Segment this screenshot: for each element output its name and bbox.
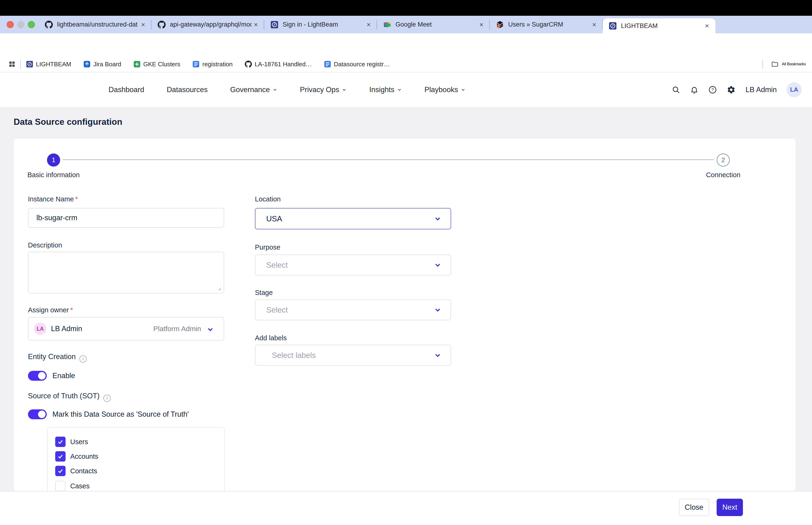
app-header: LightBeam.ai™ Dashboard Datasources Gove… <box>0 72 812 107</box>
doc-icon <box>324 61 331 68</box>
bookmark-la-18761[interactable]: LA-18761 Handled… <box>245 61 312 68</box>
purpose-placeholder: Select <box>266 260 288 270</box>
purpose-select[interactable]: Select <box>255 255 451 275</box>
tab-close-icon[interactable]: × <box>139 20 147 29</box>
chevron-down-icon <box>272 87 277 92</box>
minimize-window-button[interactable] <box>17 21 25 28</box>
tab-signin-lightbeam[interactable]: Sign in - LightBeam × <box>264 16 377 33</box>
contacts-checkbox[interactable] <box>55 466 65 476</box>
entity-row-cases: Cases <box>55 481 90 491</box>
tab-github-api-gateway[interactable]: api-gateway/app/graphql/moc × <box>152 16 264 33</box>
sot-toggle-label: Mark this Data Source as 'Source of Trut… <box>52 410 189 419</box>
toggle-knob <box>38 410 46 418</box>
tab-lightbeam-active[interactable]: LIGHTBEAM × <box>603 18 716 33</box>
entity-creation-heading: Entity Creationi <box>28 352 87 363</box>
search-icon[interactable] <box>672 86 680 94</box>
stage-select[interactable]: Select <box>255 299 451 320</box>
browser-toolbar: dev-master.lightbeamsecurity.com/datasou… <box>0 33 812 56</box>
bookmarks-separator <box>763 60 763 69</box>
github-icon <box>245 61 252 68</box>
tab-close-icon[interactable]: × <box>364 20 373 29</box>
header-actions: ? LB Admin LA <box>672 72 802 107</box>
step-2-label: Connection <box>688 171 759 179</box>
nav-playbooks[interactable]: Playbooks <box>425 86 466 94</box>
tab-strip: lightbeamai/unstructured-dat × api-gatew… <box>0 16 812 33</box>
add-labels-label: Add labels <box>255 334 287 342</box>
nav-datasources[interactable]: Datasources <box>167 86 208 94</box>
step-1-label: Basic information <box>18 171 89 179</box>
apps-grid-icon[interactable] <box>8 60 16 68</box>
bookmark-label: GKE Clusters <box>143 61 181 68</box>
owner-avatar: LA <box>34 322 46 335</box>
tab-title: Google Meet <box>395 21 477 28</box>
tab-title: Users » SugarCRM <box>508 21 590 28</box>
nav-label: Playbooks <box>425 86 458 94</box>
required-asterisk: * <box>75 195 78 203</box>
location-select[interactable]: USA <box>255 208 451 229</box>
bookmark-datasource-registration[interactable]: Datasource registr… <box>324 61 390 68</box>
entity-row-users: Users <box>55 437 88 447</box>
chevron-down-icon <box>206 326 214 333</box>
users-checkbox[interactable] <box>55 437 65 447</box>
tab-close-icon[interactable]: × <box>703 21 711 30</box>
entity-creation-toggle[interactable] <box>28 371 47 381</box>
info-icon[interactable]: i <box>79 355 87 363</box>
entity-row-accounts: Accounts <box>55 451 98 462</box>
tab-sugarcrm-users[interactable]: 1 Users » SugarCRM × <box>490 16 603 33</box>
cases-checkbox[interactable] <box>55 481 65 491</box>
svg-text:1: 1 <box>498 24 500 28</box>
info-icon[interactable]: i <box>103 394 111 402</box>
stage-placeholder: Select <box>266 305 288 314</box>
nav-label: Insights <box>369 86 395 94</box>
tab-title: api-gateway/app/graphql/moc <box>170 21 251 28</box>
resize-handle-icon[interactable] <box>217 286 222 291</box>
main-nav: Dashboard Datasources Governance Privacy… <box>109 72 466 107</box>
nav-governance[interactable]: Governance <box>230 86 277 94</box>
help-icon[interactable]: ? <box>708 86 717 94</box>
add-labels-select[interactable]: Select labels <box>255 345 451 366</box>
doc-icon <box>193 61 199 68</box>
bookmark-gke-clusters[interactable]: GKE Clusters <box>134 61 181 68</box>
nav-insights[interactable]: Insights <box>369 86 402 94</box>
close-window-button[interactable] <box>6 21 14 28</box>
assign-owner-label: Assign owner* <box>28 306 73 314</box>
lightbeam-icon <box>26 61 33 68</box>
assign-owner-select[interactable]: LA LB Admin Platform Admin <box>28 317 224 341</box>
tab-google-meet[interactable]: Google Meet × <box>377 16 490 33</box>
bookmarks-separator <box>20 60 21 69</box>
header-user-name[interactable]: LB Admin <box>746 86 777 94</box>
bookmark-label: LA-18761 Handled… <box>255 61 312 68</box>
label-text: Assign owner <box>28 306 69 314</box>
zoom-window-button[interactable] <box>28 21 35 28</box>
nav-privacy-ops[interactable]: Privacy Ops <box>300 86 347 94</box>
location-value: USA <box>266 214 282 223</box>
description-textarea[interactable] <box>28 252 224 293</box>
instance-name-field-frame <box>28 208 224 228</box>
all-bookmarks[interactable]: All Bookmarks <box>763 56 806 72</box>
required-asterisk: * <box>70 306 73 314</box>
sot-toggle[interactable] <box>28 409 47 419</box>
accounts-checkbox[interactable] <box>55 451 65 462</box>
close-button[interactable]: Close <box>679 499 709 516</box>
bookmark-lightbeam[interactable]: LIGHTBEAM <box>26 61 71 68</box>
bookmark-registration[interactable]: registration <box>193 61 233 68</box>
location-label: Location <box>255 195 281 203</box>
settings-gear-icon[interactable] <box>727 85 736 94</box>
tab-github-unstructured[interactable]: lightbeamai/unstructured-dat × <box>39 16 152 33</box>
nav-dashboard[interactable]: Dashboard <box>109 86 144 94</box>
tab-close-icon[interactable]: × <box>477 20 486 29</box>
check-icon <box>57 453 64 460</box>
jira-icon <box>83 61 90 68</box>
add-labels-placeholder: Select labels <box>272 351 316 360</box>
next-button[interactable]: Next <box>717 499 743 516</box>
bookmark-jira-board[interactable]: Jira Board <box>83 61 121 68</box>
entity-label: Cases <box>70 482 90 490</box>
label-text: Instance Name <box>28 195 74 203</box>
user-avatar[interactable]: LA <box>787 82 802 97</box>
notifications-bell-icon[interactable] <box>690 86 699 94</box>
tab-title: LIGHTBEAM <box>621 22 703 30</box>
tab-close-icon[interactable]: × <box>590 20 598 29</box>
description-label: Description <box>28 241 62 249</box>
tab-close-icon[interactable]: × <box>251 20 260 29</box>
instance-name-input[interactable] <box>28 208 224 227</box>
